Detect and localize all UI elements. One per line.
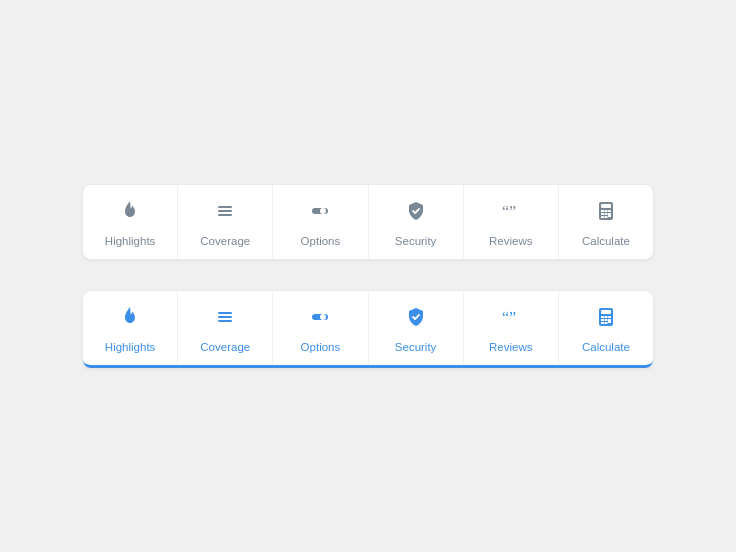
active-tab-bar: Highlights Coverage Options Secu bbox=[83, 291, 653, 368]
tab-reviews-active-label: Reviews bbox=[489, 341, 532, 353]
svg-text:“”: “” bbox=[502, 203, 516, 220]
svg-rect-15 bbox=[604, 216, 607, 218]
flame-icon-active bbox=[118, 305, 142, 335]
svg-rect-24 bbox=[601, 316, 604, 318]
svg-rect-18 bbox=[218, 320, 232, 322]
tab-options-active-label: Options bbox=[301, 341, 341, 353]
tab-security[interactable]: Security bbox=[369, 185, 464, 259]
tab-coverage-label: Coverage bbox=[200, 235, 250, 247]
tab-security-active[interactable]: Security bbox=[369, 291, 464, 365]
shield-check-icon-active bbox=[404, 305, 428, 335]
tab-calculate-label: Calculate bbox=[582, 235, 630, 247]
svg-point-4 bbox=[320, 208, 326, 214]
tab-highlights-label: Highlights bbox=[105, 235, 156, 247]
tab-highlights-active-label: Highlights bbox=[105, 341, 156, 353]
svg-rect-27 bbox=[601, 319, 604, 321]
tab-options-label: Options bbox=[301, 235, 341, 247]
svg-rect-28 bbox=[604, 319, 607, 321]
svg-rect-17 bbox=[218, 316, 232, 318]
tab-coverage[interactable]: Coverage bbox=[178, 185, 273, 259]
quote-icon: “” bbox=[499, 199, 523, 229]
tab-coverage-active[interactable]: Coverage bbox=[178, 291, 273, 365]
list-icon bbox=[213, 199, 237, 229]
tab-security-active-label: Security bbox=[395, 341, 437, 353]
svg-rect-2 bbox=[218, 214, 232, 216]
svg-text:“”: “” bbox=[502, 309, 516, 326]
svg-rect-13 bbox=[608, 213, 611, 217]
svg-rect-9 bbox=[604, 210, 607, 212]
tab-highlights-active[interactable]: Highlights bbox=[83, 291, 178, 365]
svg-rect-25 bbox=[604, 316, 607, 318]
tab-calculate[interactable]: Calculate bbox=[559, 185, 653, 259]
tab-reviews-active[interactable]: “” Reviews bbox=[464, 291, 559, 365]
svg-rect-11 bbox=[601, 213, 604, 215]
tab-highlights[interactable]: Highlights bbox=[83, 185, 178, 259]
svg-rect-16 bbox=[218, 312, 232, 314]
svg-rect-8 bbox=[601, 210, 604, 212]
svg-point-20 bbox=[320, 314, 326, 320]
svg-rect-14 bbox=[601, 216, 604, 218]
svg-rect-12 bbox=[604, 213, 607, 215]
svg-rect-7 bbox=[601, 204, 611, 208]
toggle-icon-active bbox=[308, 305, 332, 335]
quote-icon-active: “” bbox=[499, 305, 523, 335]
toggle-icon bbox=[308, 199, 332, 229]
calculator-icon bbox=[594, 199, 618, 229]
svg-rect-26 bbox=[608, 316, 611, 318]
calculator-icon-active bbox=[594, 305, 618, 335]
tab-options-active[interactable]: Options bbox=[273, 291, 368, 365]
inactive-tab-bar: Highlights Coverage Options Secu bbox=[83, 185, 653, 259]
flame-icon bbox=[118, 199, 142, 229]
tab-security-label: Security bbox=[395, 235, 437, 247]
svg-rect-0 bbox=[218, 206, 232, 208]
tab-calculate-active-label: Calculate bbox=[582, 341, 630, 353]
tab-reviews-label: Reviews bbox=[489, 235, 532, 247]
tab-options[interactable]: Options bbox=[273, 185, 368, 259]
tab-calculate-active[interactable]: Calculate bbox=[559, 291, 653, 365]
list-icon-active bbox=[213, 305, 237, 335]
svg-rect-31 bbox=[604, 322, 607, 324]
tab-reviews[interactable]: “” Reviews bbox=[464, 185, 559, 259]
svg-rect-1 bbox=[218, 210, 232, 212]
svg-rect-30 bbox=[601, 322, 604, 324]
shield-check-icon bbox=[404, 199, 428, 229]
svg-rect-10 bbox=[608, 210, 611, 212]
tab-coverage-active-label: Coverage bbox=[200, 341, 250, 353]
svg-rect-23 bbox=[601, 310, 611, 314]
svg-rect-29 bbox=[608, 319, 611, 323]
